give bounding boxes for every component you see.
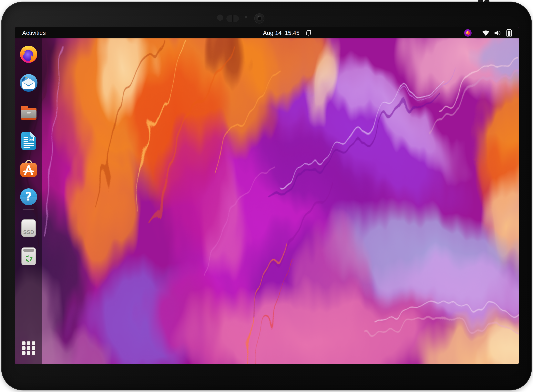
dock-item-thunderbird[interactable] xyxy=(19,74,38,93)
firefox-icon xyxy=(20,45,38,63)
battery-icon[interactable] xyxy=(506,29,512,37)
top-bar: Activities Aug 14 15:45 xyxy=(15,27,519,38)
dock-item-ubuntu-software[interactable] xyxy=(20,159,38,178)
wifi-icon[interactable] xyxy=(482,30,490,36)
ssd-drive-icon: SSD xyxy=(21,219,36,237)
help-icon: ? xyxy=(20,188,37,205)
help-question-mark: ? xyxy=(25,190,32,203)
activities-label: Activities xyxy=(22,30,46,36)
microphone-dot xyxy=(245,16,247,18)
system-tray[interactable] xyxy=(464,27,512,38)
show-applications-button[interactable] xyxy=(22,341,35,355)
tablet-device: Activities Aug 14 15:45 xyxy=(1,2,532,390)
flame-app-indicator-icon[interactable] xyxy=(464,29,472,37)
libreoffice-writer-icon xyxy=(21,131,36,150)
desktop-wallpaper xyxy=(15,27,519,364)
dock-item-firefox[interactable] xyxy=(20,45,38,64)
dock-item-ssd-drive[interactable]: SSD xyxy=(21,219,36,238)
clock-date: Aug 14 xyxy=(263,30,281,36)
trash-icon xyxy=(21,247,36,265)
files-folder-icon xyxy=(20,104,38,120)
notification-bell-icon xyxy=(305,29,312,37)
dock-item-help[interactable]: ? xyxy=(20,188,37,206)
ambient-sensor xyxy=(217,14,223,21)
activities-button[interactable]: Activities xyxy=(22,27,46,38)
clock-button[interactable]: Aug 14 15:45 xyxy=(263,27,312,38)
show-applications-grid-icon xyxy=(22,341,35,355)
dock-item-trash[interactable] xyxy=(21,247,36,266)
front-camera xyxy=(254,13,264,23)
volume-icon[interactable] xyxy=(494,30,501,36)
screen: Activities Aug 14 15:45 xyxy=(15,27,519,364)
ssd-label: SSD xyxy=(23,229,34,235)
ubuntu-software-icon xyxy=(20,159,38,177)
clock-time: 15:45 xyxy=(285,30,300,36)
dock-item-libreoffice-writer[interactable] xyxy=(21,131,36,151)
sensor-pill xyxy=(226,15,239,22)
dock-divider xyxy=(23,209,34,210)
dock: ? SSD xyxy=(15,38,42,364)
thunderbird-icon xyxy=(19,74,38,92)
dock-item-files[interactable] xyxy=(20,104,38,121)
